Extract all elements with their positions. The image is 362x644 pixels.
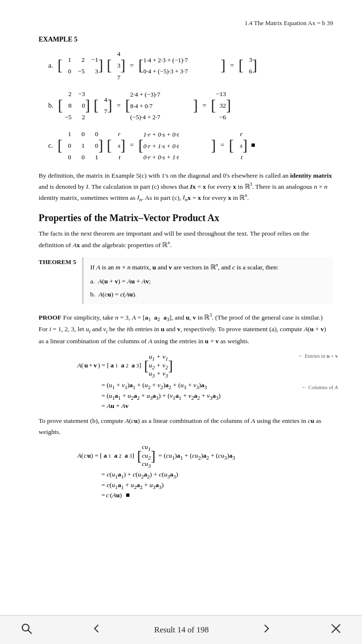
result-text: Result 14 of 198	[154, 625, 209, 635]
close-button[interactable]	[324, 619, 348, 641]
qed-square: ■	[125, 491, 129, 499]
part-b-label: b.	[48, 102, 54, 109]
page-container: 1.4 The Matrix Equation Ax = b 39 EXAMPL…	[0, 0, 362, 615]
proof-eq1: A(u + v) = [a1 a2 a3] [ u1 + v1 u2 + v2 …	[77, 353, 333, 378]
proof-section: PROOF For simplicity, take n = 3, A = [a…	[39, 311, 333, 347]
proof-eq7: = c(u1a1 + u2a2 + u3a3)	[101, 481, 333, 490]
proof-eq6: = c(u1a1) + c(u2a2) + c(u3a3)	[101, 471, 333, 479]
matrix-b2: 4 7	[98, 94, 107, 118]
matrix-a3: 1·4 + 2·3 + (−1)·7 0·4 + (−5)·3 + 3·7	[143, 55, 221, 77]
proof-eq4: = Au + Av	[101, 402, 333, 410]
matrix-b1: 2−3 80 −52	[63, 88, 85, 124]
eq: =	[130, 62, 134, 69]
bracket: [	[229, 139, 234, 154]
bottom-bar: Result 14 of 198	[0, 615, 362, 644]
bracket: [	[139, 139, 143, 154]
bracket: [	[137, 449, 142, 463]
proof-label: PROOF	[39, 313, 61, 321]
theorem-label: THEOREM 5	[39, 257, 82, 304]
matrix-c1: 100 010 001	[62, 128, 98, 164]
bracket: ]	[98, 139, 103, 154]
example-part-a: a. [ 12−1 0−53 ] [ 4 3 7 ] = [ 1·4 + 2·3…	[48, 48, 333, 84]
bracket: ]	[168, 359, 173, 373]
eq: =	[117, 102, 121, 109]
qed-square: ■	[251, 141, 255, 149]
bracket: ]	[151, 449, 155, 463]
matrix-proof2: cu1 cu2 cu3	[142, 443, 151, 469]
matrix-c4: r s t	[234, 128, 242, 164]
theorem-part-a: a. A(u + v) = Au + Av;	[90, 276, 326, 287]
bracket: [	[57, 58, 62, 73]
chevron-right-icon	[261, 623, 272, 634]
matrix-b4: −13 32 −6	[216, 88, 226, 124]
bracket: [	[58, 98, 63, 113]
page-header-text: 1.4 The Matrix Equation Ax = b 39	[245, 19, 333, 27]
bracket: ]	[252, 58, 257, 73]
example-part-c: c. [ 100 010 001 ] [ r s t ] = [ 1·r + 0…	[48, 128, 333, 164]
eq: =	[221, 141, 224, 149]
columns-annotation: ← Columns of A	[302, 384, 338, 390]
theorem-content: If A is an m × n matrix, u and v are vec…	[82, 257, 333, 304]
bracket: [	[107, 58, 111, 73]
eq: =	[230, 62, 234, 69]
theorem-condition: If A is an m × n matrix, u and v are vec…	[90, 261, 326, 273]
bracket: ]	[211, 139, 216, 154]
matrix-c3: 1·r + 0·s + 0·t 0·r + 1·s + 0·t 0·r + 0·…	[143, 129, 211, 163]
matrix-proof1: u1 + v1 u2 + v2 u3 + v3	[149, 353, 168, 378]
section-intro: The facts in the next theorem are import…	[39, 228, 333, 250]
example-title: EXAMPLE 5	[39, 36, 333, 43]
theorem-box: THEOREM 5 If A is an m × n matrix, u and…	[39, 257, 333, 304]
bracket: ]	[121, 139, 125, 154]
proof-paragraph2: To prove statement (b), compute A(cu) as…	[39, 416, 333, 437]
eq: =	[130, 141, 134, 149]
bracket: ]	[221, 58, 225, 73]
bracket: [	[107, 139, 111, 154]
proof-eq3: = (u1a1 + u2a2 + u3a3) + (v1a1 + v2a2 + …	[101, 392, 333, 401]
next-button[interactable]	[255, 619, 278, 641]
matrix-a2: 4 3 7	[112, 48, 121, 84]
proof-eq5: A(cu) = [a1 a2 a3] [ cu1 cu2 cu3 ] = (cu…	[77, 443, 333, 469]
bracket: ]	[98, 58, 103, 73]
paragraph-1: By definition, the matrix in Example 5(c…	[39, 170, 333, 204]
chevron-left-icon	[91, 623, 102, 634]
part-c-label: c.	[48, 141, 53, 149]
theorem-part-b: b. A(cu) = c(Au).	[90, 289, 326, 300]
proof-eq8: = c(Au) ■	[101, 491, 333, 499]
bracket: [	[144, 359, 149, 373]
entries-annotation: ← Entries in u + v	[298, 353, 338, 359]
bracket: [	[57, 139, 62, 154]
bracket: [	[125, 98, 130, 113]
bracket: ]	[226, 98, 231, 113]
proof-eq2: = (u1 + v1)a1 + (u2 + v2)a2 + (u3 + v3)a…	[101, 381, 333, 390]
part-a-label: a.	[48, 62, 53, 69]
bracket: ]	[85, 98, 90, 113]
proof-eq5-cont: = (cu1)a1 + (cu2)a2 + (cu3)a3	[158, 452, 235, 461]
matrix-a1: 12−1 0−53	[62, 54, 98, 78]
eq: =	[203, 102, 207, 109]
matrix-c2: r s t	[112, 128, 121, 164]
matrix-b3: 2·4 + (−3)·7 8·4 + 0·7 (−5)·4 + 2·7	[130, 89, 193, 123]
bracket: ]	[193, 98, 198, 113]
svg-line-1	[28, 630, 32, 633]
close-icon	[330, 623, 342, 634]
example-part-b: b. [ 2−3 80 −52 ] [ 4 7 ] = [ 2·4 + (−3)…	[48, 88, 333, 124]
bracket: [	[238, 58, 243, 73]
section-title: Properties of the Matrix–Vector Product …	[39, 212, 333, 224]
search-button[interactable]	[14, 618, 39, 642]
bracket: [	[139, 58, 143, 73]
search-icon	[20, 622, 33, 635]
bracket: ]	[121, 58, 125, 73]
prev-button[interactable]	[85, 619, 108, 641]
bracket: [	[211, 98, 216, 113]
bracket: [	[94, 98, 98, 113]
page-header: 1.4 The Matrix Equation Ax = b 39	[39, 19, 333, 27]
bracket: ]	[242, 139, 247, 154]
matrix-a4: 3 6	[243, 54, 252, 78]
bracket: ]	[107, 98, 112, 113]
